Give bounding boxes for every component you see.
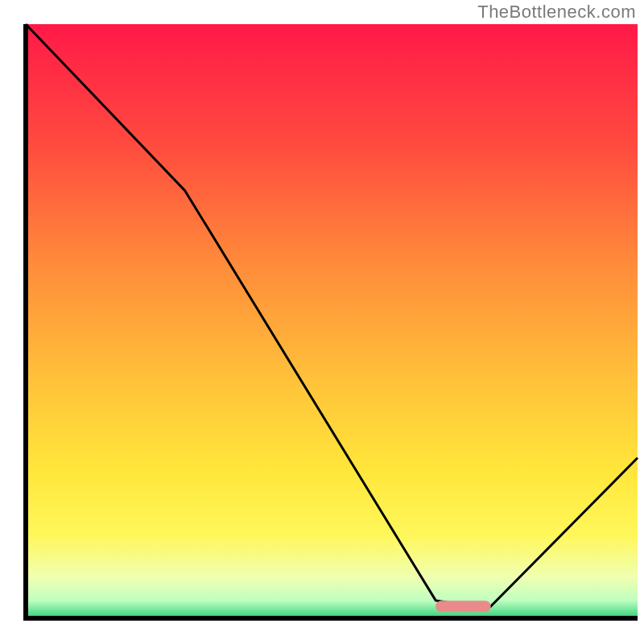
bottleneck-chart: TheBottleneck.com <box>0 0 644 644</box>
optimal-region-marker <box>436 601 490 612</box>
plot-background <box>26 24 638 618</box>
watermark-text: TheBottleneck.com <box>477 2 636 23</box>
chart-canvas <box>0 0 644 644</box>
